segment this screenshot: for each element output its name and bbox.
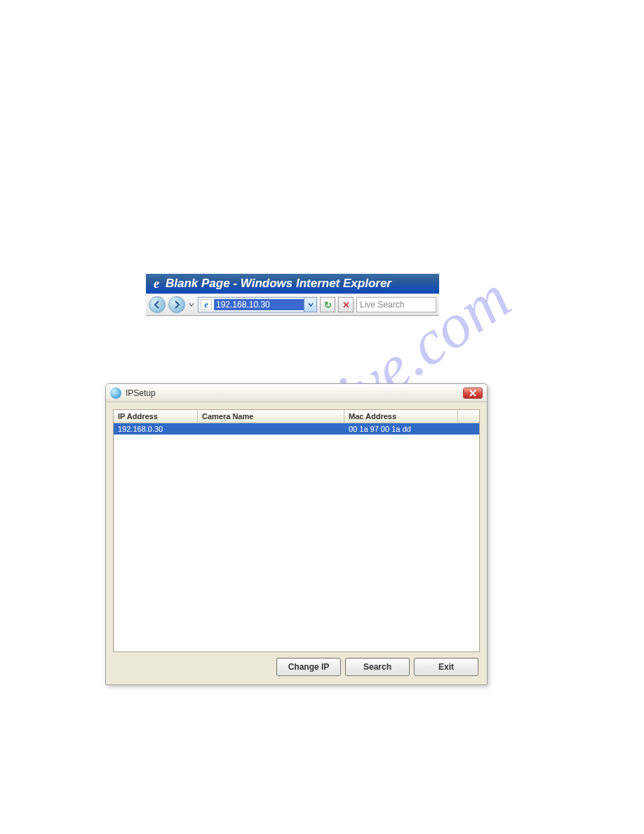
list-header[interactable]: IP Address Camera Name Mac Address: [114, 410, 479, 423]
cell-ip: 192.168.0.30: [114, 423, 198, 435]
ie-logo-icon: e: [150, 277, 163, 290]
chevron-down-icon: [308, 302, 314, 307]
nav-history-dropdown[interactable]: [188, 296, 195, 313]
col-header-ip[interactable]: IP Address: [114, 410, 198, 423]
button-row: Change IP Search Exit: [113, 658, 480, 677]
search-button[interactable]: Search: [345, 658, 410, 676]
ie-toolbar: e 192.168.10.30 ↻ ✕ Live Search: [146, 293, 439, 316]
cell-mac: 00 1a 97 00 1a dd: [344, 423, 458, 435]
arrow-left-icon: [153, 300, 161, 309]
ie-favicon-icon: e: [201, 299, 212, 310]
close-button[interactable]: [463, 388, 483, 399]
ie-title: Blank Page - Windows Internet Explorer: [166, 277, 391, 291]
col-header-mac[interactable]: Mac Address: [344, 410, 458, 423]
change-ip-button[interactable]: Change IP: [276, 658, 341, 676]
search-placeholder: Live Search: [360, 300, 404, 310]
refresh-icon: ↻: [324, 300, 332, 310]
col-header-name[interactable]: Camera Name: [198, 410, 344, 423]
ipsetup-titlebar[interactable]: IPSetup: [106, 384, 487, 402]
address-value[interactable]: 192.168.10.30: [214, 299, 304, 310]
ipsetup-window: IPSetup IP Address Camera Name Mac Addre…: [105, 383, 488, 685]
close-icon: [469, 390, 476, 397]
list-body: 192.168.0.30 00 1a 97 00 1a dd: [114, 423, 479, 651]
chevron-down-icon: [189, 302, 194, 307]
cell-pad: [458, 423, 479, 435]
ipsetup-title: IPSetup: [126, 388, 463, 398]
search-box[interactable]: Live Search: [356, 297, 436, 312]
address-dropdown[interactable]: [304, 298, 316, 312]
device-list[interactable]: IP Address Camera Name Mac Address 192.1…: [113, 409, 480, 652]
forward-button[interactable]: [168, 296, 185, 313]
address-bar[interactable]: e 192.168.10.30: [198, 297, 317, 312]
stop-button[interactable]: ✕: [338, 297, 354, 312]
back-button[interactable]: [149, 296, 166, 313]
cell-name: [198, 423, 344, 435]
exit-button[interactable]: Exit: [414, 658, 478, 676]
refresh-button[interactable]: ↻: [320, 297, 335, 312]
ie-titlebar[interactable]: e Blank Page - Windows Internet Explorer: [146, 274, 439, 293]
arrow-right-icon: [173, 300, 181, 309]
col-header-pad: [458, 410, 479, 423]
ipsetup-body: IP Address Camera Name Mac Address 192.1…: [106, 402, 487, 684]
ie-window: e Blank Page - Windows Internet Explorer…: [146, 274, 439, 316]
table-row[interactable]: 192.168.0.30 00 1a 97 00 1a dd: [114, 423, 479, 435]
ipsetup-app-icon: [110, 388, 121, 399]
stop-icon: ✕: [342, 300, 350, 310]
